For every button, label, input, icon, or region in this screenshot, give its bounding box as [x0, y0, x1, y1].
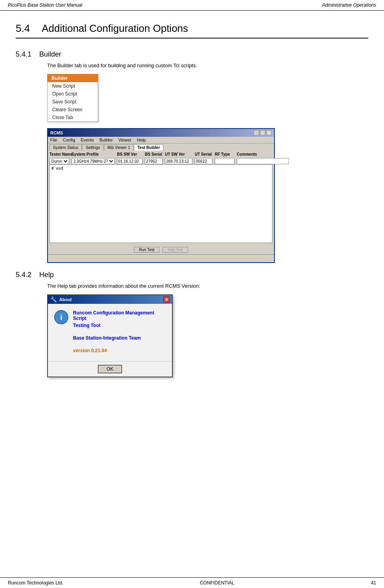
rcms-title: RCMS — [50, 130, 63, 135]
page-footer: Runcom Technologies Ltd. CONFIDENTIAL 41 — [0, 577, 384, 588]
script-textarea[interactable]: # end — [49, 164, 272, 243]
header-left: PicoPlus Base Station User Manual — [8, 2, 82, 8]
about-dialog-screenshot: 🔧 About ✕ i Runcom Configuration Managem… — [47, 294, 368, 377]
close-button[interactable]: ✕ — [266, 130, 272, 136]
rcms-window-screenshot: RCMS _ □ ✕ File Config Events Builder Vi… — [47, 128, 368, 263]
info-icon: i — [54, 310, 68, 324]
comments-input[interactable] — [237, 158, 289, 164]
ut-sw-ver-input[interactable] — [165, 158, 192, 164]
col-rf-type: RF Type — [215, 152, 234, 156]
about-text-content: Runcom Configuration Management Script T… — [73, 310, 166, 355]
maximize-button[interactable]: □ — [260, 130, 265, 136]
col-bs-sw-ver: BS SW Ver — [117, 152, 143, 156]
builder-dropdown-screenshot: Builder New Script Open Script Save Scri… — [47, 74, 368, 122]
rcms-menubar: File Config Events Builder Viewer Help — [48, 137, 274, 143]
halt-test-button[interactable]: Halt Test — [163, 247, 188, 253]
header-right: Administrative Operations — [322, 2, 376, 8]
subsection-5-4-1-body: The Builder tab is used for building and… — [47, 62, 368, 68]
menu-config[interactable]: Config — [62, 138, 76, 142]
about-body: i Runcom Configuration Management Script… — [48, 304, 172, 361]
about-dialog: 🔧 About ✕ i Runcom Configuration Managem… — [47, 294, 173, 377]
builder-tab-button[interactable]: Builder — [48, 74, 98, 82]
save-script-item[interactable]: Save Script — [48, 98, 98, 106]
subsection-5-4-2-body: The Help tab provides information about … — [47, 283, 368, 289]
about-ok-row: OK — [48, 361, 172, 377]
app-name: Runcom Configuration Management Script — [73, 310, 166, 321]
col-tester-name: Tester Name — [49, 152, 69, 156]
col-bs-serial: BS Serial — [145, 152, 163, 156]
system-profile-select[interactable]: 2.3GHz4.79MHz-27x15 — [71, 158, 115, 164]
bs-sw-ver-input[interactable] — [117, 158, 143, 164]
about-title: About — [59, 297, 72, 302]
footer-right: 41 — [371, 580, 376, 586]
builder-dropdown: Builder New Script Open Script Save Scri… — [47, 74, 98, 122]
col-comments: Comments — [237, 152, 272, 156]
about-close-button[interactable]: ✕ — [163, 296, 170, 303]
page-content: 5.4Additional Configuration Options 5.4.… — [0, 11, 384, 407]
open-script-item[interactable]: Open Script — [48, 90, 98, 98]
tab-test-builder[interactable]: Test Builder — [134, 144, 163, 151]
menu-events[interactable]: Events — [80, 138, 95, 142]
subsection-5-4-2-title: 5.4.2Help — [16, 271, 368, 279]
footer-center: CONFIDENTIAL — [200, 580, 234, 586]
ut-serial-input[interactable] — [195, 158, 212, 164]
about-titlebar: 🔧 About ✕ — [48, 295, 172, 304]
page-header: PicoPlus Base Station User Manual Admini… — [0, 0, 384, 11]
rcms-panel: Tester Name System Profile BS SW Ver BS … — [48, 151, 274, 245]
team-name: Base Station-Integration Team — [73, 335, 166, 341]
rf-type-input[interactable] — [215, 158, 234, 164]
menu-builder[interactable]: Builder — [99, 138, 113, 142]
rcms-column-headers: Tester Name System Profile BS SW Ver BS … — [49, 152, 272, 156]
close-tab-item[interactable]: Close Tab — [48, 114, 98, 121]
col-ut-sw-ver: UT SW Ver — [165, 152, 192, 156]
rcms-tabs: System Status Settings Mib Viewer 1 Test… — [48, 143, 274, 151]
tab-settings[interactable]: Settings — [82, 144, 103, 151]
app-sub-name: Testing Tool — [73, 323, 166, 328]
menu-file[interactable]: File — [49, 138, 58, 142]
rcms-bottom-bar: Run Test Halt Test — [48, 245, 274, 254]
bs-serial-input[interactable] — [145, 158, 163, 164]
tab-system-status[interactable]: System Status — [49, 144, 82, 151]
menu-help[interactable]: Help — [136, 138, 147, 142]
footer-left: Runcom Technologies Ltd. — [8, 580, 63, 586]
minimize-button[interactable]: _ — [254, 130, 259, 136]
about-ok-button[interactable]: OK — [98, 365, 122, 373]
run-test-button[interactable]: Run Test — [134, 247, 159, 253]
cleare-screen-item[interactable]: Cleare Screen — [48, 106, 98, 114]
tab-mib-viewer[interactable]: Mib Viewer 1 — [104, 144, 134, 151]
rcms-window-controls: _ □ ✕ — [254, 130, 272, 136]
col-ut-serial: UT Serial — [195, 152, 212, 156]
col-system-profile: System Profile — [71, 152, 115, 156]
subsection-5-4-1-title: 5.4.1Builder — [16, 50, 368, 59]
section-5-4-title: 5.4Additional Configuration Options — [16, 22, 368, 39]
rcms-data-row: Duron 2.3GHz4.79MHz-27x15 — [49, 158, 272, 164]
rcms-titlebar: RCMS _ □ ✕ — [48, 129, 274, 137]
menu-viewer[interactable]: Viewer — [117, 138, 132, 142]
rcms-status-bar — [48, 254, 274, 262]
new-script-item[interactable]: New Script — [48, 82, 98, 90]
version-text: version 0.21.04 — [73, 348, 166, 353]
rcms-window: RCMS _ □ ✕ File Config Events Builder Vi… — [47, 128, 275, 263]
tester-name-select[interactable]: Duron — [49, 158, 69, 164]
